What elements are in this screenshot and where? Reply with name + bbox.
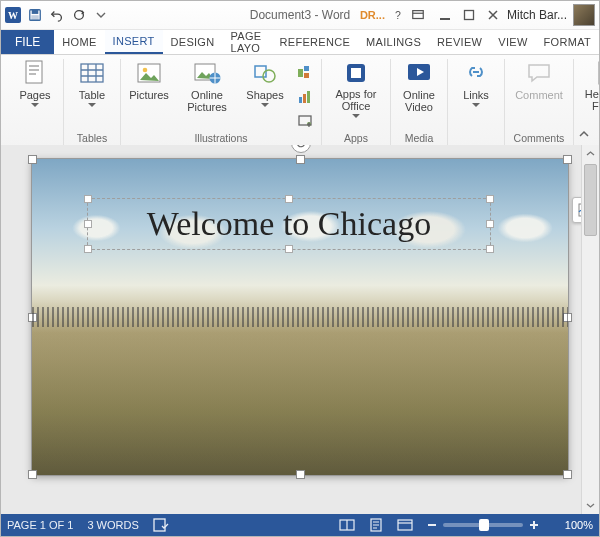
document-area[interactable]: Welcome to Chicago xyxy=(1,145,599,514)
zoom-slider[interactable] xyxy=(427,520,539,530)
collapse-ribbon-icon[interactable] xyxy=(577,127,593,143)
tab-format[interactable]: FORMAT xyxy=(536,30,599,54)
zoom-percent[interactable]: 100% xyxy=(553,519,593,531)
comment-button[interactable]: Comment xyxy=(511,59,567,119)
group-comments: Comment Comments xyxy=(505,59,574,147)
resize-handle[interactable] xyxy=(84,220,92,228)
help-icon[interactable]: ? xyxy=(391,8,405,22)
resize-handle[interactable] xyxy=(296,470,305,479)
maximize-icon[interactable] xyxy=(461,7,477,23)
group-pages: Pages xyxy=(7,59,64,147)
online-video-label: Online Video xyxy=(397,89,441,113)
group-apps: Apps for Office Apps xyxy=(322,59,391,147)
ribbon-display-options-icon[interactable] xyxy=(411,8,425,22)
close-icon[interactable] xyxy=(485,7,501,23)
pictures-button[interactable]: Pictures xyxy=(127,59,171,119)
links-icon xyxy=(462,59,490,87)
resize-handle[interactable] xyxy=(563,470,572,479)
account-name[interactable]: Mitch Bar... xyxy=(507,8,567,22)
text-box[interactable]: Welcome to Chicago xyxy=(88,199,490,249)
svg-rect-45 xyxy=(428,524,436,526)
tab-review[interactable]: REVIEW xyxy=(429,30,490,54)
resize-handle[interactable] xyxy=(28,470,37,479)
header-footer-icon xyxy=(594,59,600,86)
resize-handle[interactable] xyxy=(486,195,494,203)
resize-handle[interactable] xyxy=(296,155,305,164)
svg-rect-24 xyxy=(299,97,302,103)
tab-insert[interactable]: INSERT xyxy=(105,30,163,54)
shapes-button[interactable]: Shapes xyxy=(243,59,287,119)
print-layout-icon[interactable] xyxy=(369,518,383,532)
resize-handle[interactable] xyxy=(28,155,37,164)
rotate-handle-icon[interactable] xyxy=(291,145,311,153)
smartart-button[interactable] xyxy=(295,63,315,83)
resize-handle[interactable] xyxy=(285,245,293,253)
undo-icon[interactable] xyxy=(49,7,65,23)
resize-handle[interactable] xyxy=(563,155,572,164)
resize-handle[interactable] xyxy=(285,195,293,203)
tab-page-layout[interactable]: PAGE LAYO xyxy=(222,30,271,54)
zoom-track[interactable] xyxy=(443,523,523,527)
svg-rect-31 xyxy=(351,68,361,78)
screenshot-button[interactable]: + xyxy=(295,111,315,131)
header-footer-label: Header & Footer xyxy=(580,88,600,112)
comment-label: Comment xyxy=(515,89,563,101)
minimize-icon[interactable] xyxy=(437,7,453,23)
zoom-out-icon[interactable] xyxy=(427,520,437,530)
tab-mailings[interactable]: MAILINGS xyxy=(358,30,429,54)
resize-handle[interactable] xyxy=(563,313,572,322)
online-pictures-icon xyxy=(193,59,221,87)
header-footer-button[interactable]: Header & Footer xyxy=(580,59,600,119)
tab-design[interactable]: DESIGN xyxy=(163,30,223,54)
scroll-up-icon[interactable] xyxy=(582,145,599,162)
resize-handle[interactable] xyxy=(486,245,494,253)
scroll-thumb[interactable] xyxy=(584,164,597,236)
web-layout-icon[interactable] xyxy=(397,519,413,531)
resize-handle[interactable] xyxy=(28,313,37,322)
spellcheck-icon[interactable] xyxy=(153,518,169,532)
pages-label: Pages xyxy=(19,89,50,101)
tab-references[interactable]: REFERENCE xyxy=(272,30,359,54)
svg-point-20 xyxy=(263,70,275,82)
scroll-down-icon[interactable] xyxy=(582,497,599,514)
ribbon-tab-strip: FILE HOME INSERT DESIGN PAGE LAYO REFERE… xyxy=(1,30,599,55)
svg-rect-12 xyxy=(29,69,39,71)
zoom-knob[interactable] xyxy=(479,519,489,531)
resize-handle[interactable] xyxy=(84,195,92,203)
comment-icon xyxy=(525,59,553,87)
status-page[interactable]: PAGE 1 OF 1 xyxy=(7,519,73,531)
read-mode-icon[interactable] xyxy=(339,519,355,531)
svg-rect-10 xyxy=(26,61,42,83)
chart-button[interactable] xyxy=(295,87,315,107)
account-badge[interactable]: DR... xyxy=(360,9,385,21)
quick-access-toolbar: W xyxy=(1,7,109,23)
online-pictures-button[interactable]: Online Pictures xyxy=(179,59,235,119)
apps-for-office-button[interactable]: Apps for Office xyxy=(328,59,384,119)
qat-customize-icon[interactable] xyxy=(93,7,109,23)
account-avatar[interactable] xyxy=(573,4,595,26)
word-app-icon: W xyxy=(5,7,21,23)
svg-rect-13 xyxy=(29,73,36,75)
links-button[interactable]: Links xyxy=(454,59,498,119)
resize-handle[interactable] xyxy=(84,245,92,253)
resize-handle[interactable] xyxy=(486,220,494,228)
file-tab[interactable]: FILE xyxy=(1,30,54,54)
inserted-picture[interactable]: Welcome to Chicago xyxy=(32,159,568,475)
pages-icon xyxy=(21,59,49,87)
redo-icon[interactable] xyxy=(71,7,87,23)
tab-home[interactable]: HOME xyxy=(54,30,104,54)
table-button[interactable]: Table xyxy=(70,59,114,119)
status-word-count[interactable]: 3 WORDS xyxy=(87,519,138,531)
svg-point-16 xyxy=(143,68,148,73)
save-icon[interactable] xyxy=(27,7,43,23)
scroll-track[interactable] xyxy=(582,162,599,497)
svg-rect-11 xyxy=(29,65,39,67)
online-video-button[interactable]: Online Video xyxy=(397,59,441,119)
online-pictures-label: Online Pictures xyxy=(179,89,235,113)
pages-button[interactable]: Pages xyxy=(13,59,57,119)
selected-picture-wrapper: Welcome to Chicago xyxy=(32,159,568,475)
group-links: Links xyxy=(448,59,505,147)
tab-view[interactable]: VIEW xyxy=(490,30,535,54)
zoom-in-icon[interactable] xyxy=(529,520,539,530)
vertical-scrollbar[interactable] xyxy=(581,145,599,514)
